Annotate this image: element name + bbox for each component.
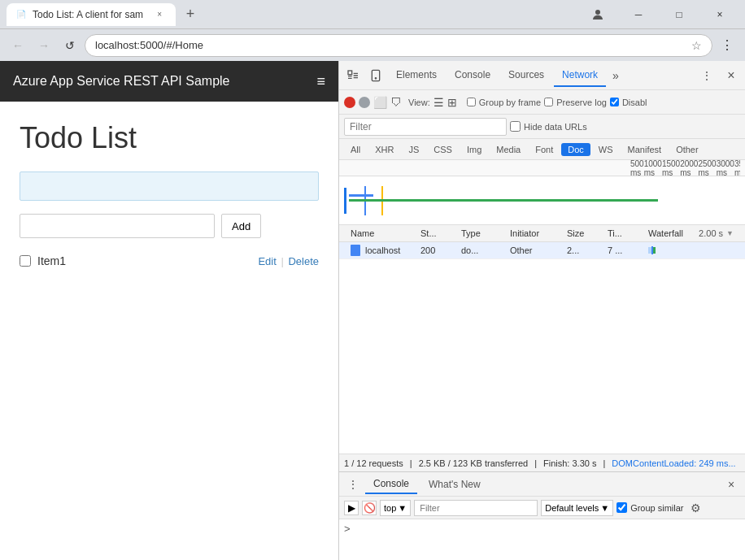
bookmark-button[interactable]: ☆	[691, 39, 702, 52]
reload-button[interactable]: ↺	[59, 34, 81, 57]
dom-content-loaded-link[interactable]: DOMContentLoaded: 249 ms...	[612, 458, 735, 468]
filter-tab-media[interactable]: Media	[490, 143, 527, 156]
console-body: >	[339, 519, 745, 560]
th-size[interactable]: Size	[560, 227, 601, 240]
filter-tab-ws[interactable]: WS	[592, 143, 620, 156]
page-title: Todo List	[20, 121, 319, 155]
hide-data-urls-label[interactable]: Hide data URLs	[510, 121, 587, 132]
filter-tab-xhr[interactable]: XHR	[368, 143, 400, 156]
filter-tab-js[interactable]: JS	[402, 143, 425, 156]
filter-tab-all[interactable]: All	[344, 143, 367, 156]
console-prompt[interactable]: >	[344, 523, 740, 535]
filter-tab-font[interactable]: Font	[529, 143, 560, 156]
console-tab-whatsnew[interactable]: What's New	[420, 475, 489, 493]
timeline-mark-1000: 1000 ms	[644, 159, 662, 177]
timeline-mark-3500: 3500 ms	[734, 159, 740, 177]
todo-checkbox[interactable]	[20, 255, 31, 267]
devtools-settings-button[interactable]: ⋮	[696, 65, 717, 86]
filter-tab-doc[interactable]: Doc	[561, 143, 590, 156]
content-area: Azure App Service REST API Sample ≡ Todo…	[0, 61, 745, 560]
add-button[interactable]: Add	[221, 214, 261, 238]
console-level-select[interactable]: Default levels ▼	[541, 500, 613, 516]
menu-button[interactable]: ⋮	[716, 34, 738, 57]
network-table: localhost 200 do... Other 2... 7 ...	[339, 242, 745, 454]
console-tab-console[interactable]: Console	[365, 475, 417, 494]
webpage-navbar: Azure App Service REST API Sample ≡	[0, 61, 338, 102]
devtools-close-button[interactable]: ×	[721, 65, 742, 86]
screenshot-button[interactable]: ⬜	[373, 96, 387, 109]
console-filter-input[interactable]	[414, 500, 538, 516]
console-panel: ⋮ Console What's New × ▶ 🚫 top ▼ Default…	[339, 471, 745, 560]
list-view-icon[interactable]: ☰	[433, 96, 444, 109]
devtools-options: ⋮ ×	[696, 65, 742, 86]
tab-console[interactable]: Console	[447, 64, 499, 87]
console-execute-button[interactable]: ▶	[344, 501, 359, 515]
disable-cache-label[interactable]: Disabl	[610, 98, 647, 107]
back-button[interactable]: ←	[7, 34, 29, 57]
forward-button[interactable]: →	[33, 34, 55, 57]
table-row[interactable]: localhost 200 do... Other 2... 7 ...	[339, 242, 745, 259]
timeline-mark-500: 500 ms	[630, 159, 644, 177]
clear-button[interactable]	[359, 97, 370, 108]
edit-link[interactable]: Edit	[258, 255, 276, 267]
tab-close-button[interactable]: ×	[153, 8, 166, 21]
filter-tab-css[interactable]: CSS	[427, 143, 459, 156]
filter-tab-manifest[interactable]: Manifest	[621, 143, 669, 156]
close-button[interactable]: ×	[701, 3, 738, 26]
th-time[interactable]: Ti...	[601, 227, 642, 240]
browser-tab[interactable]: 📄 Todo List: A client for sam ×	[7, 3, 176, 26]
grid-view-icon[interactable]: ⊞	[447, 96, 457, 109]
disable-cache-checkbox[interactable]	[610, 98, 619, 106]
preserve-log-checkbox[interactable]	[544, 98, 553, 106]
group-similar-label[interactable]: Group similar	[616, 502, 683, 513]
network-filter-input[interactable]	[344, 118, 507, 136]
minimize-button[interactable]: ─	[620, 3, 657, 26]
console-settings-button[interactable]: ⚙	[691, 501, 701, 514]
timeline-mark-2500: 2500 ms	[698, 159, 716, 177]
group-by-frame-label[interactable]: Group by frame	[467, 98, 541, 107]
devtools-more-tabs[interactable]: »	[608, 66, 624, 85]
title-bar: 📄 Todo List: A client for sam × + ─ □ ×	[0, 0, 745, 28]
delete-link[interactable]: Delete	[288, 255, 319, 267]
file-icon	[351, 245, 360, 256]
tab-elements[interactable]: Elements	[388, 64, 445, 87]
svg-rect-1	[348, 71, 352, 75]
device-icon-button[interactable]	[365, 65, 386, 86]
filter-tab-other[interactable]: Other	[669, 143, 705, 156]
group-by-frame-checkbox[interactable]	[467, 98, 476, 106]
td-type: do...	[455, 245, 503, 256]
webpage-body: Todo List Add Item1 Edit | Delete	[0, 102, 338, 560]
tab-network[interactable]: Network	[554, 64, 606, 87]
td-initiator: Other	[503, 245, 560, 256]
th-status[interactable]: St...	[414, 227, 455, 240]
profile-button[interactable]	[579, 3, 616, 26]
maximize-button[interactable]: □	[660, 3, 698, 26]
console-context-select[interactable]: top ▼	[380, 500, 411, 516]
hide-data-urls-checkbox[interactable]	[510, 121, 521, 132]
webapp-title: Azure App Service REST API Sample	[13, 74, 303, 89]
console-close-button[interactable]: ×	[722, 475, 740, 493]
th-waterfall[interactable]: Waterfall 2.00 s ▼	[642, 227, 740, 240]
view-label: View:	[408, 98, 430, 107]
timeline-mark-2000: 2000 ms	[680, 159, 698, 177]
th-name[interactable]: Name	[344, 227, 414, 240]
todo-input[interactable]	[20, 214, 215, 238]
filter-tab-img[interactable]: Img	[460, 143, 488, 156]
hamburger-menu[interactable]: ≡	[316, 73, 325, 90]
th-type[interactable]: Type	[455, 227, 503, 240]
tab-sources[interactable]: Sources	[500, 64, 552, 87]
console-stop-button[interactable]: 🚫	[362, 501, 377, 515]
group-similar-checkbox[interactable]	[616, 502, 627, 513]
new-tab-button[interactable]: +	[179, 3, 202, 26]
preserve-log-label[interactable]: Preserve log	[544, 98, 607, 107]
timeline-mark-3000: 3000 ms	[717, 159, 734, 177]
prompt-icon: >	[344, 523, 351, 535]
record-button[interactable]	[344, 97, 355, 108]
chrome-window: 📄 Todo List: A client for sam × + ─ □ × …	[0, 0, 745, 560]
inspect-icon-button[interactable]	[342, 65, 364, 86]
console-more-button[interactable]: ⋮	[344, 475, 362, 493]
network-table-header: Name St... Type Initiator Size Ti... Wat…	[339, 225, 745, 242]
filter-button[interactable]: ⛉	[390, 96, 402, 109]
th-initiator[interactable]: Initiator	[503, 227, 560, 240]
address-bar[interactable]: localhost:5000/#/Home ☆	[85, 34, 712, 57]
